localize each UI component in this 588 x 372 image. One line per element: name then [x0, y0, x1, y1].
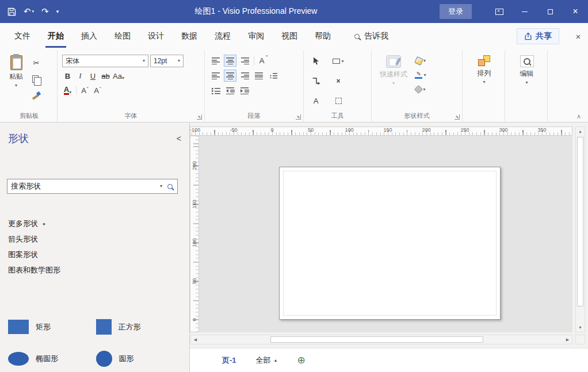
font-size-value: 12pt	[154, 57, 167, 65]
stencil-shape[interactable]: 圆形	[96, 351, 184, 367]
align-middle-button[interactable]	[224, 55, 236, 67]
decrease-indent-button[interactable]	[224, 85, 236, 97]
ribbon-tab[interactable]: 帮助	[306, 23, 339, 49]
tell-me-search[interactable]: 告诉我	[354, 23, 388, 49]
minimize-button[interactable]	[512, 0, 537, 23]
bullets-button[interactable]	[209, 85, 222, 97]
scroll-up-button[interactable]: ▲	[576, 127, 585, 136]
grow-font-button[interactable]: A ˆ	[79, 85, 90, 96]
shape-label: 正方形	[119, 322, 141, 332]
font-size-combo[interactable]: 12pt ▾	[150, 55, 184, 67]
ribbon-tab[interactable]: 设计	[139, 23, 173, 49]
increase-indent-button[interactable]	[238, 85, 251, 97]
maximize-icon	[548, 9, 553, 14]
close-button[interactable]: ×	[563, 0, 588, 23]
justify-button[interactable]	[253, 70, 265, 82]
sign-in-button[interactable]: 登录	[440, 4, 472, 19]
ruler-label: -50	[222, 127, 245, 133]
stencil-shape[interactable]: 椭圆形	[8, 351, 96, 367]
stencil-link[interactable]: 图案形状	[8, 247, 184, 262]
customize-quick-access-icon[interactable]: ▾	[56, 9, 59, 14]
collapse-ribbon-button[interactable]: ∧	[576, 113, 581, 120]
scroll-down-button[interactable]: ▼	[576, 323, 585, 332]
shape-styles-dialog-launcher[interactable]	[455, 114, 460, 120]
stencil-link[interactable]: 箭头形状	[8, 231, 184, 247]
underline-button[interactable]: U	[87, 70, 98, 82]
font-color-button[interactable]: A ▾	[62, 85, 73, 96]
search-dropdown-icon[interactable]: ▾	[160, 184, 162, 189]
editing-button[interactable]: 编辑 ▾	[517, 53, 537, 112]
format-painter-button[interactable]	[30, 89, 43, 101]
align-bottom-button[interactable]	[238, 55, 251, 67]
fill-button[interactable]: ▾	[414, 55, 427, 67]
strikethrough-button[interactable]: ab	[100, 70, 111, 82]
horizontal-scrollbar[interactable]: ◀ ▶	[190, 335, 572, 344]
change-case-button[interactable]: Aa ▾	[113, 70, 124, 82]
stencil-link[interactable]: 图表和数学图形	[8, 262, 184, 278]
undo-button[interactable]: ↶ ▾	[24, 6, 34, 17]
drawing-page[interactable]	[279, 167, 501, 320]
collapse-panel-button[interactable]: <	[177, 132, 181, 143]
ribbon-tab[interactable]: 绘图	[106, 23, 139, 49]
tab-file[interactable]: 文件	[6, 23, 39, 49]
text-direction-button[interactable]: A ˆ	[257, 55, 270, 67]
line-button[interactable]: ✎ ▾	[414, 69, 427, 81]
paste-button[interactable]: 粘贴 ▾	[6, 53, 26, 112]
add-page-button[interactable]: ⊕	[297, 355, 306, 365]
ribbon-tab[interactable]: 流程	[206, 23, 239, 49]
editing-icon	[520, 55, 534, 67]
quick-styles-label: 快速样式	[380, 70, 407, 79]
close-pane-button[interactable]: ×	[568, 23, 588, 49]
copy-button[interactable]	[30, 73, 43, 85]
vertical-ruler: 200150100500	[190, 136, 199, 332]
align-center-button[interactable]	[224, 70, 236, 82]
connector-tool-button[interactable]	[308, 75, 323, 87]
stencil-link[interactable]: 更多形状 ▸	[8, 216, 184, 231]
italic-button[interactable]: I	[75, 70, 86, 82]
maximize-button[interactable]	[537, 0, 563, 23]
connection-point-button[interactable]: ×	[328, 75, 349, 87]
ribbon-tab[interactable]: 开始	[39, 23, 72, 49]
align-left-button[interactable]	[209, 70, 222, 82]
all-pages-button[interactable]: 全部 ▲	[256, 355, 278, 366]
shape-search-input[interactable]	[11, 182, 155, 191]
text-block-tool-button[interactable]	[328, 95, 349, 107]
shrink-font-button[interactable]: A ˇ	[92, 85, 103, 96]
horizontal-scroll-thumb[interactable]	[270, 336, 483, 343]
ribbon-tab[interactable]: 视图	[273, 23, 306, 49]
scroll-left-button[interactable]: ◀	[191, 335, 200, 344]
ruler-label: 0	[190, 308, 198, 331]
pointer-tool-button[interactable]	[308, 55, 323, 67]
save-button[interactable]	[7, 7, 16, 16]
align-top-button[interactable]	[209, 55, 222, 67]
search-icon[interactable]	[167, 184, 173, 189]
redo-button[interactable]: ↷	[41, 6, 49, 17]
font-dialog-launcher[interactable]	[197, 114, 202, 120]
ribbon-tab[interactable]: 审阅	[239, 23, 273, 49]
bold-button[interactable]: B	[62, 70, 73, 82]
ribbon-tab[interactable]: 数据	[173, 23, 206, 49]
align-right-button[interactable]	[238, 70, 251, 82]
rectangle-tool-button[interactable]: ▾	[328, 55, 349, 67]
stencil-shape[interactable]: 矩形	[8, 319, 96, 335]
arrange-button[interactable]: 排列 ▾	[474, 53, 495, 112]
text-tool-button[interactable]: A	[308, 95, 323, 107]
stencil-shape[interactable]: 正方形	[96, 319, 184, 335]
share-button[interactable]: 共享	[517, 28, 559, 44]
paragraph-dialog-launcher[interactable]	[296, 114, 301, 120]
page-tab[interactable]: 页-1	[222, 355, 236, 366]
drawing-viewport[interactable]	[199, 136, 572, 332]
line-spacing-button[interactable]: ↕	[267, 70, 280, 82]
scroll-right-button[interactable]: ▶	[563, 335, 572, 344]
dropdown-icon: ▾	[525, 80, 528, 85]
vertical-scroll-thumb[interactable]	[577, 137, 583, 306]
quick-styles-button[interactable]: 快速样式 ▾	[376, 53, 411, 112]
vertical-scrollbar[interactable]: ▲ ▼	[575, 126, 585, 332]
divider	[76, 86, 77, 95]
ribbon-display-options-button[interactable]	[487, 0, 512, 23]
ribbon-tab[interactable]: 插入	[72, 23, 106, 49]
effects-button[interactable]: ▾	[414, 83, 427, 95]
font-name-combo[interactable]: 宋体 ▾	[62, 55, 148, 67]
cut-button[interactable]: ✂	[30, 57, 43, 69]
stencil-link-label: 更多形状	[8, 218, 38, 229]
